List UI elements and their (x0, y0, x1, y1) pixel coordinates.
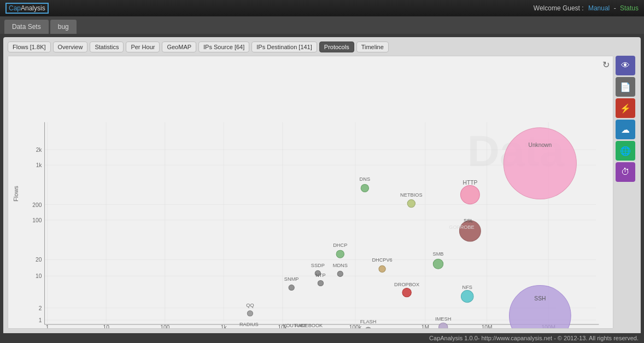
svg-point-53 (336, 250, 344, 258)
svg-point-46 (459, 221, 481, 241)
svg-text:1k: 1k (36, 162, 43, 168)
svg-text:1k: 1k (221, 324, 227, 328)
svg-text:10: 10 (103, 324, 110, 328)
svg-point-69 (461, 291, 473, 303)
chart-container: ↻ Data Data Flows 2k 1k 200 100 (8, 56, 636, 329)
svg-point-63 (337, 271, 343, 276)
svg-text:200: 200 (32, 202, 42, 208)
svg-point-44 (460, 185, 479, 204)
cloud-button[interactable]: ☁ (616, 120, 635, 139)
right-sidebar: 👁 📄 ⚡ ☁ 🌐 ⏱ (613, 56, 636, 329)
sub-tabs: Flows [1.8K] Overview Statistics Per Hou… (8, 42, 636, 52)
status-link[interactable]: Status (620, 4, 639, 12)
svg-text:FLASH: FLASH (360, 319, 377, 324)
svg-text:2: 2 (39, 305, 42, 311)
share-button[interactable]: ⚡ (616, 98, 635, 118)
nav-tab-bug[interactable]: bug (50, 20, 77, 34)
svg-text:NFS: NFS (462, 285, 472, 290)
svg-text:Flows: Flows (13, 186, 19, 202)
sub-tab-flows[interactable]: Flows [1.8K] (8, 42, 51, 52)
footer: CapAnalysis 1.0.0- http://www.capanalysi… (0, 333, 644, 343)
sub-tab-statistics[interactable]: Statistics (90, 42, 124, 52)
svg-text:QQ: QQ (246, 303, 254, 308)
svg-text:10M: 10M (482, 324, 493, 328)
svg-point-67 (402, 288, 411, 297)
separator: - (614, 4, 616, 12)
chart-area: ↻ Data Data Flows 2k 1k 200 100 (8, 56, 613, 329)
sub-tab-overview[interactable]: Overview (53, 42, 88, 52)
time-button[interactable]: ⏱ (616, 162, 635, 182)
svg-text:20: 20 (36, 257, 42, 263)
svg-text:FACEBOOK: FACEBOOK (295, 323, 323, 328)
sub-tab-ipssource[interactable]: IPs Source [64] (198, 42, 249, 52)
svg-text:DROPBOX: DROPBOX (394, 282, 419, 287)
welcome-section: Welcome Guest : Manual - Status (534, 4, 639, 12)
svg-point-40 (504, 128, 576, 199)
logo: CapAnalysis (5, 3, 50, 14)
svg-text:DHCPV6: DHCPV6 (372, 257, 392, 263)
svg-text:MDNS: MDNS (333, 263, 348, 268)
svg-point-57 (433, 259, 443, 269)
svg-text:100: 100 (32, 217, 42, 223)
svg-point-49 (361, 184, 368, 192)
globe-button[interactable]: 🌐 (616, 141, 635, 161)
logo-cap: Cap (9, 4, 21, 12)
svg-text:GOPROBE: GOPROBE (449, 224, 475, 230)
reload-button[interactable]: ↻ (602, 60, 610, 70)
svg-text:1: 1 (46, 324, 49, 328)
svg-text:SSH: SSH (534, 295, 546, 301)
svg-text:RADIUS: RADIUS (239, 322, 259, 327)
svg-text:IMESH: IMESH (435, 316, 451, 322)
svg-text:Unknown: Unknown (529, 142, 552, 148)
svg-text:100k: 100k (349, 324, 362, 328)
svg-text:SSL: SSL (464, 218, 473, 223)
welcome-text: Welcome Guest : (534, 4, 584, 12)
svg-text:SMB: SMB (433, 251, 444, 257)
nav-tabs: Data Sets bug (0, 16, 644, 34)
svg-text:DNS: DNS (360, 176, 370, 182)
svg-text:SSDP: SSDP (311, 263, 325, 268)
view-button[interactable]: 👁 (616, 56, 635, 75)
svg-text:10: 10 (36, 274, 42, 280)
svg-text:1M: 1M (421, 324, 429, 328)
header: CapAnalysis Welcome Guest : Manual - Sta… (0, 0, 644, 16)
manual-link[interactable]: Manual (588, 4, 610, 12)
sub-tab-geomap[interactable]: GeoMAP (162, 42, 196, 52)
svg-text:SNMP: SNMP (284, 277, 299, 282)
svg-point-51 (407, 200, 415, 208)
sub-tab-protocols[interactable]: Protocols (319, 42, 354, 52)
svg-text:DHCP: DHCP (333, 243, 347, 248)
svg-point-61 (318, 280, 323, 286)
svg-point-55 (379, 265, 385, 272)
sub-tab-ipsdest[interactable]: IPs Destination [141] (251, 42, 317, 52)
footer-text: CapAnalysis 1.0.0- http://www.capanalysi… (429, 335, 639, 341)
svg-point-65 (289, 285, 294, 291)
svg-text:1: 1 (39, 317, 42, 323)
svg-point-71 (247, 311, 253, 316)
svg-text:100: 100 (160, 324, 169, 328)
nav-tab-datasets[interactable]: Data Sets (4, 20, 49, 34)
svg-text:NETBIOS: NETBIOS (400, 192, 422, 198)
document-button[interactable]: 📄 (616, 77, 635, 97)
svg-text:HTTP: HTTP (463, 180, 478, 186)
chart-svg: Data Data Flows 2k 1k 200 100 20 10 (8, 56, 613, 328)
sub-tab-perhour[interactable]: Per Hour (126, 42, 160, 52)
main-content: Flows [1.8K] Overview Statistics Per Hou… (3, 37, 641, 343)
sub-tab-timeline[interactable]: Timeline (356, 42, 389, 52)
logo-analysis: Analysis (21, 4, 45, 12)
svg-text:NTP: NTP (315, 273, 325, 279)
logo-box: CapAnalysis (5, 3, 49, 14)
svg-text:2k: 2k (36, 147, 43, 153)
